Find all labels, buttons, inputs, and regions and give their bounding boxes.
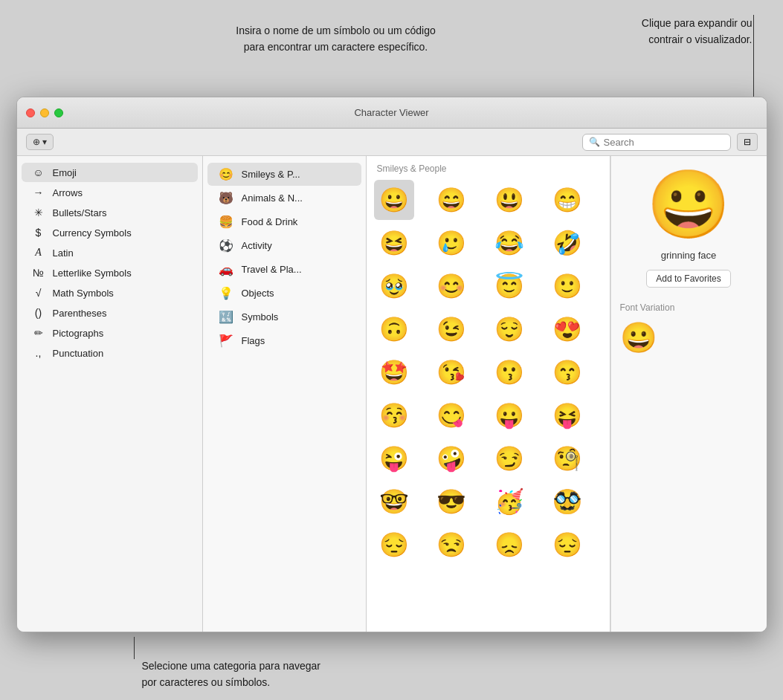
mid-item-travel[interactable]: 🚗 Travel & Pla... [207,258,361,281]
emoji-cell[interactable]: 😋 [431,395,471,435]
latin-icon: A [32,247,45,259]
sidebar-item-label: Arrows [53,187,83,198]
action-icon: ⊕ [33,137,40,147]
mid-item-flags[interactable]: 🚩 Flags [207,329,361,352]
close-button[interactable] [26,108,35,117]
emoji-cell[interactable]: 😛 [489,395,529,435]
activity-icon: ⚽ [218,239,234,253]
emoji-cell[interactable]: 🥲 [431,223,471,263]
minimize-button[interactable] [40,108,49,117]
mid-item-objects[interactable]: 💡 Objects [207,282,361,305]
emoji-cell[interactable]: 🤓 [374,482,414,522]
sidebar-item-punctuation[interactable]: ., Punctuation [22,343,198,363]
parentheses-icon: () [32,307,45,319]
mid-item-animals[interactable]: 🐻 Animals & N... [207,187,361,210]
mid-item-symbols[interactable]: 🔣 Symbols [207,305,361,328]
emoji-panel: Smileys & People 😀 😄 😃 😁 😆 🥲 😂 🤣 🥹 😊 😇 🙂… [367,156,610,632]
emoji-cell[interactable]: 🙃 [374,309,414,349]
math-icon: √ [32,287,45,299]
emoji-cell[interactable]: 😎 [431,482,471,522]
objects-icon: 💡 [218,286,234,300]
emoji-cell[interactable]: 😗 [489,352,529,392]
sidebar-item-label: Bullets/Stars [53,207,107,218]
sidebar-item-parentheses[interactable]: () Parentheses [22,303,198,323]
font-variation-emoji: 😀 [620,320,657,355]
bottom-annotation-area: Selecione uma categoria para navegar por… [16,637,767,691]
sidebar-item-currency[interactable]: $ Currency Symbols [22,223,198,242]
emoji-cell[interactable]: 😀 [374,180,414,220]
emoji-cell[interactable]: 😉 [431,309,471,349]
expand-button[interactable]: ⊟ [737,133,758,151]
emoji-cell[interactable]: 😚 [374,395,414,435]
traffic-lights [26,108,63,117]
punctuation-icon: ., [32,347,45,359]
mid-item-label: Symbols [242,311,279,323]
bottom-annotation-text: Selecione uma categoria para navegar por… [142,658,321,691]
emoji-cell[interactable]: 🙂 [547,266,587,306]
sidebar-item-arrows[interactable]: → Arrows [22,183,198,202]
mid-item-label: Activity [242,240,272,251]
sidebar-item-label: Currency Symbols [53,227,132,239]
middle-panel: 😊 Smileys & P... 🐻 Animals & N... 🍔 Food… [203,156,367,632]
sidebar-item-label: Latin [53,247,74,259]
sidebar-item-pictographs[interactable]: ✏ Pictographs [22,323,198,343]
emoji-cell[interactable]: 😆 [374,223,414,263]
emoji-cell[interactable]: 🥸 [547,482,587,522]
sidebar-item-label: Punctuation [53,348,104,359]
emoji-cell[interactable]: 😊 [431,266,471,306]
sidebar-item-letterlike[interactable]: № Letterlike Symbols [22,263,198,282]
emoji-cell[interactable]: 😁 [547,180,587,220]
emoji-icon: ☺ [32,166,45,178]
emoji-cell[interactable]: 🤩 [374,352,414,392]
emoji-cell[interactable]: 😔 [374,525,414,565]
search-icon: 🔍 [589,137,600,147]
food-icon: 🍔 [218,215,234,229]
action-chevron: ▾ [42,137,47,147]
sidebar-item-bullets[interactable]: ✳ Bullets/Stars [22,203,198,222]
sidebar-item-latin[interactable]: A Latin [22,243,198,262]
flags-icon: 🚩 [218,334,234,348]
emoji-cell[interactable]: 😏 [489,438,529,479]
emoji-cell[interactable]: 🥹 [374,266,414,306]
mid-item-food[interactable]: 🍔 Food & Drink [207,210,361,233]
bullets-icon: ✳ [32,207,45,218]
emoji-cell[interactable]: 🥳 [489,482,529,522]
emoji-cell[interactable]: 😒 [431,525,471,565]
action-button[interactable]: ⊕ ▾ [26,134,54,150]
travel-icon: 🚗 [218,262,234,276]
sidebar-item-label: Pictographs [53,328,104,339]
emoji-cell[interactable]: 😞 [489,525,529,565]
emoji-preview: 😀 [647,171,730,238]
sidebar-item-emoji[interactable]: ☺ Emoji [22,163,198,182]
emoji-cell[interactable]: 😇 [489,266,529,306]
search-input[interactable] [604,137,724,148]
emoji-cell[interactable]: 🤣 [547,223,587,263]
mid-item-activity[interactable]: ⚽ Activity [207,234,361,257]
emoji-cell[interactable]: 🤪 [431,438,471,479]
expand-icon: ⊟ [744,137,751,147]
emoji-cell[interactable]: 😌 [489,309,529,349]
sidebar-item-math[interactable]: √ Math Symbols [22,283,198,302]
mid-item-label: Smileys & P... [242,169,300,180]
arrows-icon: → [32,187,45,198]
emoji-cell[interactable]: 😝 [547,395,587,435]
titlebar: Character Viewer [17,97,767,129]
mid-item-smileys[interactable]: 😊 Smileys & P... [207,163,361,186]
emoji-cell[interactable]: 😂 [489,223,529,263]
left-sidebar: ☺ Emoji → Arrows ✳ Bullets/Stars $ Curre… [17,156,203,632]
add-to-favorites-button[interactable]: Add to Favorites [646,270,730,288]
mid-item-label: Food & Drink [242,216,298,227]
symbols-icon: 🔣 [218,310,234,324]
emoji-cell[interactable]: 😄 [431,180,471,220]
main-content: ☺ Emoji → Arrows ✳ Bullets/Stars $ Curre… [17,156,767,632]
emoji-cell[interactable]: 🧐 [547,438,587,479]
emoji-cell[interactable]: 😘 [431,352,471,392]
maximize-button[interactable] [54,108,63,117]
smileys-icon: 😊 [218,167,234,181]
emoji-cell[interactable]: 😔 [547,525,587,565]
emoji-cell[interactable]: 😜 [374,438,414,479]
emoji-cell[interactable]: 😃 [489,180,529,220]
emoji-cell[interactable]: 😍 [547,309,587,349]
toolbar: ⊕ ▾ 🔍 ⊟ [17,129,767,156]
emoji-cell[interactable]: 😙 [547,352,587,392]
